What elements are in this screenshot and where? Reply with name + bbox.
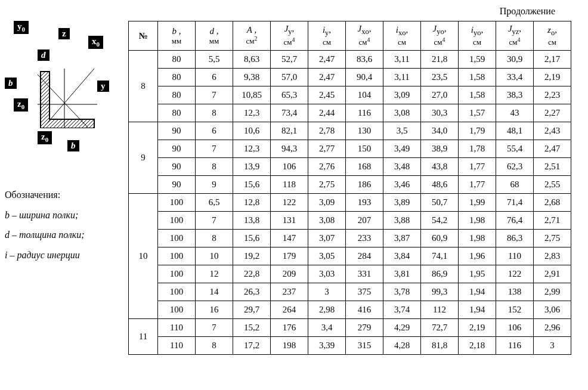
table-row: 101006,512,81223,091933,8950,71,9971,42,… [129,194,571,212]
cell-zo: 2,91 [534,265,571,283]
cell-ixo: 3,11 [383,51,421,69]
cell-Jyz: 68 [496,176,534,194]
cell-iyo: 1,94 [459,301,496,319]
cell-iyo: 1,99 [459,194,496,212]
cell-zo: 2,51 [534,158,571,176]
angle-shape [38,69,97,128]
cell-ixo: 3,81 [383,265,421,283]
label-y0-top: y0 [14,21,29,34]
cell-Jyz: 86,3 [496,230,534,247]
cell-iy: 3 [308,283,346,301]
cell-b: 80 [158,86,196,104]
cell-Jxo: 150 [346,140,383,158]
cell-b: 100 [158,212,196,230]
cell-Jyz: 76,4 [496,212,534,230]
cell-iy: 3,08 [308,212,346,230]
cell-ixo: 3,48 [383,158,421,176]
cell-A: 26,3 [233,283,271,301]
cell-Jyz: 55,4 [496,140,534,158]
cell-A: 13,9 [233,158,271,176]
cell-Jyz: 62,3 [496,158,534,176]
cell-b: 100 [158,247,196,265]
cell-iyo: 1,96 [459,247,496,265]
cell-b: 100 [158,194,196,212]
table-row: 8069,3857,02,4790,43,1123,51,5833,42,19 [129,69,571,86]
cell-iy: 3,39 [308,337,346,355]
cell-A: 29,7 [233,301,271,319]
cell-Jyo: 112 [421,301,459,319]
table-row: 90813,91062,761683,4843,81,7762,32,51 [129,158,571,176]
table-row: 1001019,21793,052843,8474,11,961102,83 [129,247,571,265]
cell-iyo: 1,58 [459,69,496,86]
table-row: 11110715,21763,42794,2972,72,191062,96 [129,319,571,337]
cell-zo: 2,68 [534,194,571,212]
table-row: 8805,58,6352,72,4783,63,1121,81,5930,92,… [129,51,571,69]
cell-Jyz: 43 [496,104,534,122]
cell-A: 22,8 [233,265,271,283]
cell-iy: 2,44 [308,104,346,122]
cell-Jxo: 284 [346,247,383,265]
cell-d: 7 [196,319,233,337]
note-heading: Обозначения: [5,185,85,205]
cell-A: 12,3 [233,140,271,158]
cell-d: 16 [196,301,233,319]
cell-Jy: 106 [271,158,308,176]
legend-notes: Обозначения: b – ширина полки; d – толщи… [5,185,85,265]
cell-Jyo: 43,8 [421,158,459,176]
cell-ixo: 3,87 [383,230,421,247]
cell-A: 10,6 [233,122,271,140]
cell-Jyo: 74,1 [421,247,459,265]
cell-iyo: 1,95 [459,265,496,283]
cell-Jyo: 81,8 [421,337,459,355]
cell-Jyz: 110 [496,247,534,265]
cell-d: 7 [196,86,233,104]
cell-ixo: 3,78 [383,283,421,301]
label-z0-bottom: z0 [38,131,52,144]
cell-iy: 2,75 [308,176,346,194]
cell-Jyo: 48,6 [421,176,459,194]
cell-b: 110 [158,337,196,355]
cell-iy: 2,47 [308,69,346,86]
table-row: 80710,8565,32,451043,0927,01,5838,32,23 [129,86,571,104]
cell-iyo: 1,98 [459,212,496,230]
cell-iy: 3,05 [308,247,346,265]
cell-d: 14 [196,283,233,301]
cell-Jyo: 34,0 [421,122,459,140]
cell-Jy: 209 [271,265,308,283]
cell-Jxo: 207 [346,212,383,230]
cell-Jyz: 30,9 [496,51,534,69]
cell-ixo: 3,74 [383,301,421,319]
cell-Jy: 52,7 [271,51,308,69]
cell-Jxo: 331 [346,265,383,283]
cell-ixo: 3,11 [383,69,421,86]
col-A: A ,см2 [233,21,271,51]
cell-d: 6 [196,122,233,140]
table-row: 1001222,82093,033313,8186,91,951222,91 [129,265,571,283]
col-iy: iy,см [308,21,346,51]
cell-d: 6,5 [196,194,233,212]
label-d: d [38,49,49,61]
cell-zo: 2,43 [534,122,571,140]
cell-ixo: 3,46 [383,176,421,194]
cell-Jyo: 86,9 [421,265,459,283]
cell-zo: 2,96 [534,319,571,337]
cell-A: 15,6 [233,230,271,247]
cell-Jyo: 60,9 [421,230,459,247]
cell-Jy: 82,1 [271,122,308,140]
cell-A: 9,38 [233,69,271,86]
cell-Jxo: 104 [346,86,383,104]
cell-ixo: 3,88 [383,212,421,230]
cell-ixo: 3,84 [383,247,421,265]
cell-Jxo: 168 [346,158,383,176]
cell-iyo: 1,94 [459,283,496,301]
cell-iyo: 1,77 [459,158,496,176]
cell-Jy: 147 [271,230,308,247]
cell-b: 100 [158,283,196,301]
table-row: 110817,21983,393154,2881,82,181163 [129,337,571,355]
cell-Jy: 237 [271,283,308,301]
cell-Jyz: 122 [496,265,534,283]
cell-d: 8 [196,230,233,247]
cell-iyo: 1,59 [459,51,496,69]
cell-Jyz: 106 [496,319,534,337]
cell-iy: 3,4 [308,319,346,337]
